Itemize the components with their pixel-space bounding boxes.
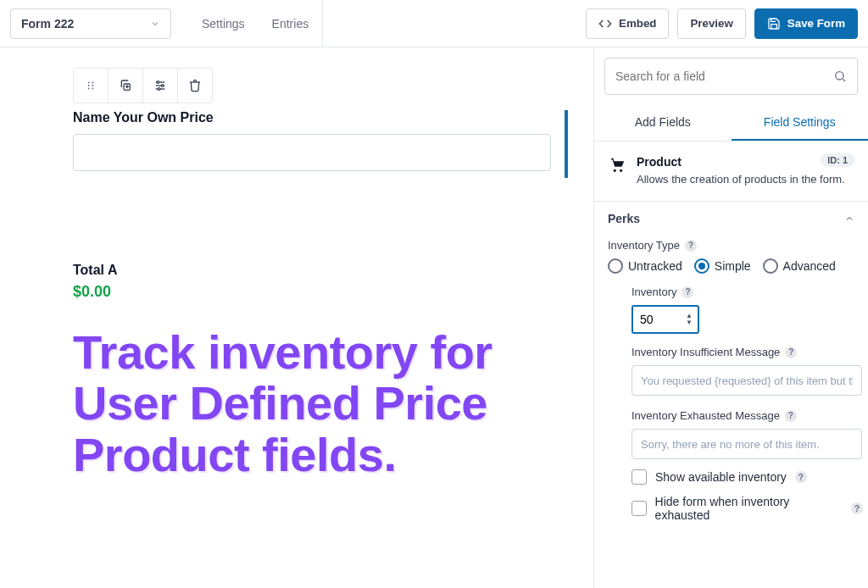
- help-icon[interactable]: ?: [785, 347, 797, 358]
- svg-point-12: [157, 81, 159, 84]
- svg-point-0: [88, 82, 90, 84]
- top-tabs: Settings Entries: [188, 0, 323, 47]
- headline: Track inventory for User Defined Price P…: [73, 327, 492, 480]
- svg-point-2: [88, 85, 90, 86]
- help-icon[interactable]: ?: [682, 286, 693, 298]
- perks-label: Perks: [608, 212, 640, 225]
- delete-button[interactable]: [177, 68, 213, 103]
- chevron-up-icon: [844, 214, 854, 224]
- simple-settings: Inventory ? ▲ ▼ Inventory Insufficient M…: [623, 286, 863, 522]
- field-label: Name Your Own Price: [73, 110, 551, 125]
- total-block: Total A $0.00: [73, 263, 593, 301]
- tab-field-settings[interactable]: Field Settings: [732, 105, 869, 141]
- sidebar-tabs: Add Fields Field Settings: [594, 105, 868, 141]
- checkbox[interactable]: [632, 501, 647, 516]
- duplicate-button[interactable]: [108, 68, 143, 103]
- radio-dot: [694, 258, 709, 274]
- radio-simple[interactable]: Simple: [694, 258, 751, 274]
- total-value: $0.00: [73, 283, 593, 301]
- svg-point-15: [836, 72, 843, 80]
- main: Name Your Own Price Total A $0.00 Track …: [0, 47, 868, 588]
- drag-handle[interactable]: [73, 68, 108, 103]
- embed-label: Embed: [619, 17, 656, 30]
- checkbox[interactable]: [632, 469, 647, 485]
- search-input[interactable]: [615, 69, 819, 83]
- svg-point-3: [92, 85, 93, 86]
- save-button[interactable]: Save Form: [754, 8, 858, 39]
- svg-line-16: [843, 79, 845, 81]
- svg-point-14: [158, 88, 160, 91]
- form-selector[interactable]: Form 222: [10, 8, 171, 39]
- sidebar: Add Fields Field Settings Product Allows…: [593, 47, 868, 588]
- embed-icon: [598, 17, 612, 31]
- chevron-down-icon: [150, 19, 160, 29]
- cart-icon: [608, 155, 626, 174]
- tab-entries[interactable]: Entries: [259, 0, 323, 47]
- field-toolbar: [73, 68, 593, 103]
- perks-header[interactable]: Perks: [594, 202, 868, 236]
- headline-line-1: Track inventory for: [73, 327, 492, 378]
- search-wrap: [594, 47, 868, 105]
- preview-label: Preview: [690, 17, 732, 30]
- preview-button[interactable]: Preview: [677, 8, 745, 39]
- top-right-actions: Embed Preview Save Form: [586, 8, 858, 39]
- svg-point-1: [92, 82, 93, 84]
- inventory-type-options: Untracked Simple Advanced: [608, 258, 863, 274]
- svg-point-13: [161, 85, 164, 87]
- inventory-label: Inventory ?: [632, 286, 863, 298]
- top-bar: Form 222 Settings Entries Embed Preview …: [0, 0, 868, 47]
- radio-dot: [608, 258, 623, 274]
- exhausted-input[interactable]: [632, 429, 862, 459]
- help-icon[interactable]: ?: [851, 502, 863, 514]
- field-block[interactable]: Name Your Own Price: [73, 110, 568, 178]
- help-icon[interactable]: ?: [795, 471, 807, 483]
- product-desc: Allows the creation of products in the f…: [637, 172, 845, 187]
- insufficient-input[interactable]: [632, 365, 862, 396]
- radio-untracked[interactable]: Untracked: [608, 258, 682, 274]
- form-name: Form 222: [21, 17, 74, 31]
- inventory-input-wrap[interactable]: ▲ ▼: [632, 305, 699, 334]
- svg-point-18: [620, 169, 622, 172]
- product-text: Product Allows the creation of products …: [637, 155, 845, 187]
- product-header: Product Allows the creation of products …: [594, 141, 868, 202]
- inventory-input[interactable]: [640, 313, 674, 326]
- headline-line-3: Product fields.: [73, 430, 492, 480]
- embed-button[interactable]: Embed: [586, 8, 669, 39]
- number-spinner[interactable]: ▲ ▼: [686, 313, 693, 326]
- trash-icon: [188, 79, 202, 92]
- canvas: Name Your Own Price Total A $0.00 Track …: [0, 47, 593, 588]
- radio-dot: [763, 258, 778, 274]
- radio-advanced[interactable]: Advanced: [763, 258, 836, 274]
- perks-body: Inventory Type ? Untracked Simple Advanc…: [594, 236, 868, 546]
- svg-point-17: [614, 169, 616, 172]
- exhausted-label: Inventory Exhausted Message ?: [632, 409, 863, 422]
- search-box[interactable]: [604, 58, 858, 95]
- insufficient-label: Inventory Insufficient Message ?: [632, 346, 863, 358]
- svg-point-4: [88, 88, 90, 90]
- headline-line-2: User Defined Price: [73, 378, 492, 429]
- price-input[interactable]: [73, 134, 551, 171]
- help-icon[interactable]: ?: [685, 240, 697, 252]
- settings-button[interactable]: [142, 68, 178, 103]
- total-label: Total A: [73, 263, 593, 278]
- show-available-row[interactable]: Show available inventory ?: [632, 469, 863, 485]
- sliders-icon: [153, 79, 167, 92]
- tab-settings[interactable]: Settings: [188, 0, 259, 47]
- search-icon: [833, 69, 847, 83]
- svg-point-5: [92, 88, 93, 90]
- save-icon: [767, 17, 781, 31]
- save-label: Save Form: [787, 17, 845, 30]
- id-badge: ID: 1: [821, 153, 854, 167]
- tab-add-fields[interactable]: Add Fields: [594, 105, 732, 141]
- duplicate-icon: [119, 79, 132, 92]
- drag-icon: [85, 80, 97, 92]
- help-icon[interactable]: ?: [785, 410, 797, 422]
- product-title: Product: [637, 155, 845, 169]
- inventory-type-label: Inventory Type ?: [608, 239, 863, 252]
- spinner-down-icon: ▼: [686, 319, 693, 326]
- hide-form-row[interactable]: Hide form when inventory exhausted ?: [632, 495, 863, 522]
